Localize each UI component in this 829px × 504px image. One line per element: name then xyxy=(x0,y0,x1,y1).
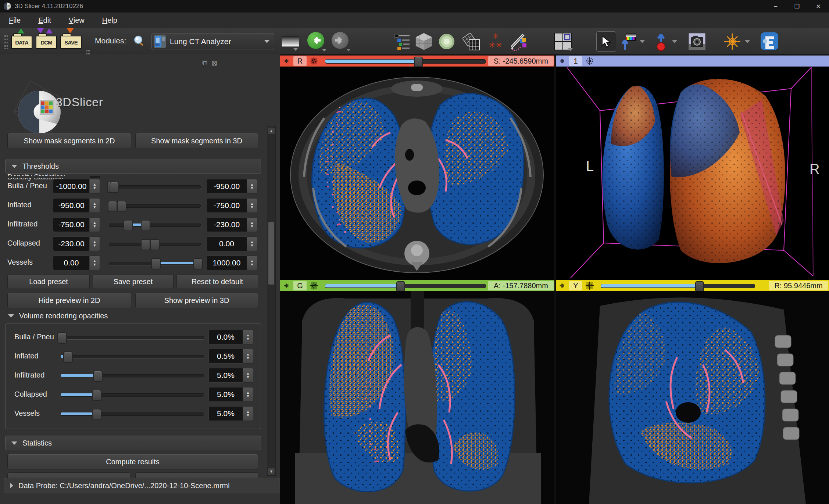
scrollbar-thumb[interactable] xyxy=(268,222,275,285)
subject-hierarchy-icon[interactable] xyxy=(394,33,411,50)
opacity-spinbox[interactable]: 0.5%▲▼ xyxy=(208,349,253,364)
module-search-icon[interactable] xyxy=(133,35,146,47)
scroll-down-icon[interactable]: ▼ xyxy=(268,468,275,475)
threshold-high-spinbox[interactable]: 1000.00▲▼ xyxy=(206,255,257,270)
minimize-button[interactable]: – xyxy=(765,0,786,12)
threshold-high-spinbox[interactable]: 0.00▲▼ xyxy=(206,236,257,251)
opacity-spinbox[interactable]: 5.0%▲▼ xyxy=(208,406,253,421)
vp-yellow-slider[interactable] xyxy=(601,281,755,290)
vp-green-label[interactable]: G xyxy=(293,281,307,290)
compute-results-button[interactable]: Compute results xyxy=(7,454,258,469)
show-preview-3d-button[interactable]: Show preview in 3D xyxy=(135,293,258,308)
close-button[interactable]: ✕ xyxy=(808,0,829,12)
layout-dropdown-icon[interactable] xyxy=(568,48,573,51)
save-preset-button[interactable]: Save preset xyxy=(93,274,174,289)
place-point-icon[interactable] xyxy=(655,31,667,52)
slice-crosshair-icon[interactable] xyxy=(310,57,318,65)
opacity-slider-3[interactable] xyxy=(61,387,204,402)
screenshot-icon[interactable] xyxy=(688,33,706,50)
panel-close-icon[interactable]: ⊠ xyxy=(211,59,217,67)
threshold-high-spinbox[interactable]: -950.00▲▼ xyxy=(206,179,257,194)
panel-scrollbar[interactable]: ▲ ▼ xyxy=(267,126,276,476)
forward-button[interactable] xyxy=(332,32,349,49)
threshold-slider-3[interactable] xyxy=(109,236,201,251)
mouse-interaction-button[interactable] xyxy=(596,31,616,52)
opacity-spinbox[interactable]: 5.0%▲▼ xyxy=(208,368,253,383)
reset-default-button[interactable]: Reset to default xyxy=(176,274,258,289)
volume-rendering-image[interactable] xyxy=(556,67,829,280)
pin-icon[interactable] xyxy=(559,58,565,64)
module-selector[interactable]: Lung CT Analyzer xyxy=(151,33,274,50)
threshold-slider-1[interactable] xyxy=(109,198,201,213)
viewport-3d[interactable]: 1 xyxy=(556,56,829,280)
viewport-red[interactable]: R S: -245.6590mm xyxy=(280,56,554,280)
volumes-cube-icon[interactable] xyxy=(415,32,433,51)
viewport-green[interactable]: G A: -157.7880mm xyxy=(280,280,554,504)
pin-icon[interactable] xyxy=(283,58,290,64)
vp-green-slider[interactable] xyxy=(325,281,486,290)
menu-file[interactable]: File xyxy=(0,16,29,25)
place-point-dropdown-icon[interactable] xyxy=(672,40,677,43)
transforms-icon[interactable] xyxy=(462,33,480,51)
pin-icon[interactable] xyxy=(283,282,290,289)
forward-dropdown-icon[interactable] xyxy=(346,49,351,51)
back-button[interactable] xyxy=(307,32,324,49)
scroll-up-icon[interactable]: ▲ xyxy=(268,127,275,135)
thresholds-section-header[interactable]: Thresholds xyxy=(5,159,261,174)
sagittal-ct-image[interactable] xyxy=(556,291,829,504)
load-data-button[interactable]: DATA xyxy=(11,33,32,49)
threshold-high-spinbox[interactable]: -230.00▲▼ xyxy=(206,217,257,232)
save-button[interactable]: SAVE xyxy=(60,33,81,49)
vp-red-slider[interactable] xyxy=(325,56,486,66)
threshold-slider-2[interactable] xyxy=(109,217,201,232)
toolbar-grip[interactable] xyxy=(4,34,8,49)
opacity-spinbox[interactable]: 0.0%▲▼ xyxy=(208,330,253,344)
module-history-button[interactable] xyxy=(282,36,299,47)
viewport-yellow[interactable]: Y R: 95.9446mm xyxy=(556,280,829,504)
opacity-slider-0[interactable] xyxy=(61,330,204,344)
history-dropdown-icon[interactable] xyxy=(293,48,298,51)
slice-crosshair-icon[interactable] xyxy=(310,281,318,290)
threshold-low-spinbox[interactable]: -750.00▲▼ xyxy=(53,217,100,232)
menu-help[interactable]: Help xyxy=(93,16,126,25)
extensions-manager-icon[interactable] xyxy=(760,32,779,50)
hide-preview-2d-button[interactable]: Hide preview in 2D xyxy=(7,293,131,308)
window-level-icon[interactable] xyxy=(621,33,637,50)
data-probe-bar[interactable]: Data Probe: C:/Users/andra/OneDrive/...2… xyxy=(4,478,279,493)
statistics-section-header[interactable]: Statistics xyxy=(5,436,261,450)
opacity-spinbox[interactable]: 5.0%▲▼ xyxy=(208,387,253,402)
threshold-low-spinbox[interactable]: 0.00▲▼ xyxy=(53,255,100,270)
view-crosshair-icon[interactable] xyxy=(585,57,594,65)
crosshair-dropdown-icon[interactable] xyxy=(745,40,750,43)
vp-red-label[interactable]: R xyxy=(293,56,307,66)
panel-popout-icon[interactable]: ⧉ xyxy=(202,59,207,67)
markups-icon[interactable]: ✳✳✳ xyxy=(485,32,506,51)
threshold-slider-0[interactable] xyxy=(109,179,201,194)
threshold-low-spinbox[interactable]: -230.00▲▼ xyxy=(53,236,100,251)
menu-view[interactable]: View xyxy=(60,16,93,25)
threshold-low-spinbox[interactable]: -1000.00▲▼ xyxy=(53,179,100,194)
threshold-high-spinbox[interactable]: -750.00▲▼ xyxy=(206,198,257,213)
show-mask-2d-button[interactable]: Show mask segments in 2D xyxy=(7,133,131,149)
crosshair-icon[interactable] xyxy=(723,33,741,50)
opacity-slider-1[interactable] xyxy=(61,349,204,364)
coronal-ct-image[interactable] xyxy=(280,291,554,504)
menu-edit[interactable]: Edit xyxy=(29,16,60,25)
slice-crosshair-icon[interactable] xyxy=(585,281,594,290)
opacity-slider-2[interactable] xyxy=(61,368,204,383)
volume-rendering-icon[interactable] xyxy=(438,33,455,50)
show-mask-3d-button[interactable]: Show mask segments in 3D xyxy=(135,133,258,149)
threshold-low-spinbox[interactable]: -950.00▲▼ xyxy=(53,198,100,213)
window-level-dropdown-icon[interactable] xyxy=(640,40,645,43)
vp-3d-label[interactable]: 1 xyxy=(569,56,582,66)
vp-yellow-label[interactable]: Y xyxy=(569,281,582,290)
opacity-slider-4[interactable] xyxy=(61,406,204,421)
load-preset-button[interactable]: Load preset xyxy=(7,274,90,289)
segment-editor-icon[interactable] xyxy=(509,32,527,51)
opacities-section-header[interactable]: Volume rendering opacities xyxy=(7,312,108,320)
maximize-button[interactable]: ❐ xyxy=(786,0,808,12)
threshold-slider-4[interactable] xyxy=(109,255,201,270)
axial-ct-image[interactable] xyxy=(280,67,554,280)
dicom-button[interactable]: DCM xyxy=(36,33,56,49)
pin-icon[interactable] xyxy=(559,282,565,289)
